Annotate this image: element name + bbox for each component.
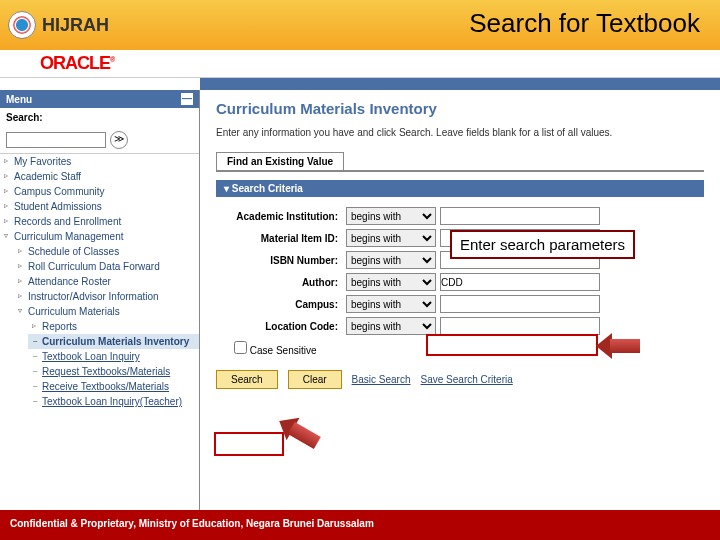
input-location[interactable]: [440, 317, 600, 335]
menu-header: Menu —: [0, 90, 199, 108]
content-area: Curriculum Materials Inventory Enter any…: [200, 90, 720, 510]
hijrah-logo: HIJRAH: [0, 11, 109, 39]
op-institution[interactable]: begins with: [346, 207, 436, 225]
nav-curriculum-management[interactable]: Curriculum Management: [0, 229, 199, 244]
case-sensitive-label: Case Sensitive: [250, 345, 317, 356]
nav-request-textbooks[interactable]: Request Textbooks/Materials: [28, 364, 199, 379]
oracle-logo: ORACLE®: [40, 53, 114, 74]
search-go-icon[interactable]: ≫: [110, 131, 128, 149]
highlight-author-input: [426, 334, 598, 356]
search-input[interactable]: [6, 132, 106, 148]
basic-search-link[interactable]: Basic Search: [352, 374, 411, 385]
row-author: Author: begins with: [216, 273, 704, 291]
page-title: Curriculum Materials Inventory: [216, 100, 704, 117]
op-material-id[interactable]: begins with: [346, 229, 436, 247]
row-campus: Campus: begins with: [216, 295, 704, 313]
nav-records-enrollment[interactable]: Records and Enrollment: [0, 214, 199, 229]
input-institution[interactable]: [440, 207, 600, 225]
button-row: Search Clear Basic Search Save Search Cr…: [216, 370, 704, 389]
search-button[interactable]: Search: [216, 370, 278, 389]
op-location[interactable]: begins with: [346, 317, 436, 335]
save-criteria-link[interactable]: Save Search Criteria: [421, 374, 513, 385]
label-material-id: Material Item ID:: [216, 233, 346, 244]
label-location: Location Code:: [216, 321, 346, 332]
case-sensitive-checkbox[interactable]: [234, 341, 247, 354]
nav-cm-inventory[interactable]: Curriculum Materials Inventory: [28, 334, 199, 349]
nav-curriculum-materials[interactable]: Curriculum Materials: [14, 304, 199, 319]
nav-academic-staff[interactable]: Academic Staff: [0, 169, 199, 184]
arrow-to-author: [600, 333, 640, 359]
op-author[interactable]: begins with: [346, 273, 436, 291]
op-campus[interactable]: begins with: [346, 295, 436, 313]
input-campus[interactable]: [440, 295, 600, 313]
input-author[interactable]: [440, 273, 600, 291]
sidebar-search: Search:: [0, 108, 199, 127]
label-isbn: ISBN Number:: [216, 255, 346, 266]
oracle-bar: ORACLE®: [0, 50, 720, 78]
nav-tree: My Favorites Academic Staff Campus Commu…: [0, 153, 199, 409]
nav-my-favorites[interactable]: My Favorites: [0, 154, 199, 169]
label-campus: Campus:: [216, 299, 346, 310]
nav-receive-textbooks[interactable]: Receive Textbooks/Materials: [28, 379, 199, 394]
nav-campus-community[interactable]: Campus Community: [0, 184, 199, 199]
label-institution: Academic Institution:: [216, 211, 346, 222]
nav-instructor-advisor[interactable]: Instructor/Advisor Information: [14, 289, 199, 304]
top-banner: HIJRAH Search for Textbook: [0, 0, 720, 50]
nav-roll-curriculum[interactable]: Roll Curriculum Data Forward: [14, 259, 199, 274]
hijrah-crest-icon: [8, 11, 36, 39]
callout-enter-params: Enter search parameters: [450, 230, 635, 259]
nav-reports[interactable]: Reports: [28, 319, 199, 334]
clear-button[interactable]: Clear: [288, 370, 342, 389]
slide-title: Search for Textbook: [469, 8, 700, 39]
nav-attendance-roster[interactable]: Attendance Roster: [14, 274, 199, 289]
sidebar: Menu — Search: ≫ My Favorites Academic S…: [0, 90, 200, 510]
menu-label: Menu: [6, 94, 32, 105]
nav-student-admissions[interactable]: Student Admissions: [0, 199, 199, 214]
tab-divider: [216, 170, 704, 172]
op-isbn[interactable]: begins with: [346, 251, 436, 269]
help-text: Enter any information you have and click…: [216, 127, 704, 138]
label-author: Author:: [216, 277, 346, 288]
tab-find-existing[interactable]: Find an Existing Value: [216, 152, 344, 170]
highlight-search-button: [214, 432, 284, 456]
search-criteria-header[interactable]: Search Criteria: [216, 180, 704, 197]
nav-schedule-classes[interactable]: Schedule of Classes: [14, 244, 199, 259]
hijrah-logo-text: HIJRAH: [42, 15, 109, 36]
footer: Confidential & Proprietary, Ministry of …: [0, 510, 720, 540]
row-institution: Academic Institution: begins with: [216, 207, 704, 225]
nav-textbook-loan-inquiry[interactable]: Textbook Loan Inquiry: [28, 349, 199, 364]
header-strip: [200, 78, 720, 90]
search-label: Search:: [6, 112, 43, 123]
nav-textbook-loan-teacher[interactable]: Textbook Loan Inquiry(Teacher): [28, 394, 199, 409]
collapse-icon[interactable]: —: [181, 93, 193, 105]
